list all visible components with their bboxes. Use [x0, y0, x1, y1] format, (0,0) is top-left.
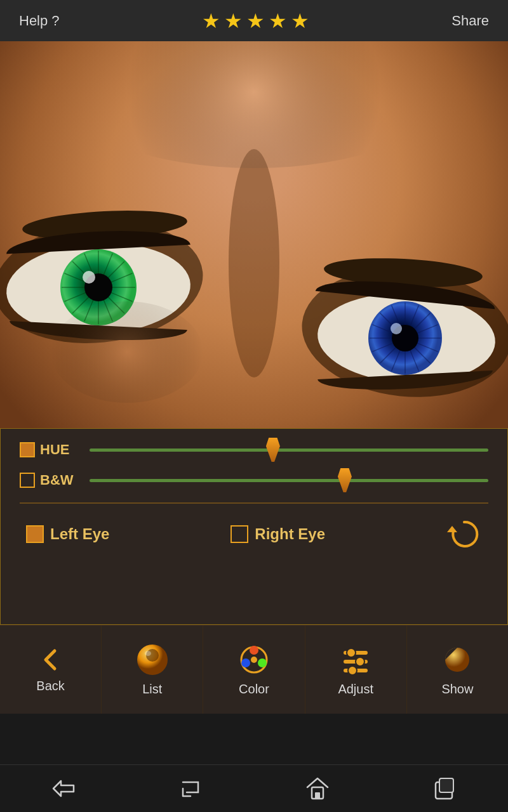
- hue-slider-row: HUE: [20, 442, 488, 458]
- bw-label: B&W: [20, 472, 90, 488]
- share-button[interactable]: Share: [451, 13, 489, 29]
- star-3: ★: [246, 9, 265, 33]
- hue-label: HUE: [20, 442, 90, 458]
- bw-checkbox[interactable]: [20, 473, 35, 488]
- star-2: ★: [224, 9, 243, 33]
- nav-color[interactable]: Color: [203, 625, 305, 714]
- nav-list[interactable]: List: [102, 625, 203, 714]
- star-5: ★: [291, 9, 309, 33]
- left-eye-option[interactable]: Left Eye: [26, 525, 109, 543]
- nav-show[interactable]: Show: [407, 625, 508, 714]
- top-bar: Help ? ★ ★ ★ ★ ★ Share: [0, 0, 508, 41]
- hue-track[interactable]: [90, 449, 488, 452]
- svg-point-12: [356, 657, 364, 666]
- eye-selection-row: Left Eye Right Eye: [20, 516, 488, 552]
- reset-icon: [447, 517, 481, 551]
- show-icon: [440, 643, 474, 677]
- left-eye-checkbox[interactable]: [26, 525, 44, 543]
- back-icon: [37, 646, 65, 674]
- photo-preview: [0, 41, 508, 428]
- sys-home-icon: [304, 775, 331, 802]
- system-nav: [0, 764, 508, 812]
- right-eye-option[interactable]: Right Eye: [231, 525, 325, 543]
- star-rating[interactable]: ★ ★ ★ ★ ★: [202, 9, 309, 33]
- sys-return-icon: [177, 775, 204, 802]
- reset-button[interactable]: [446, 516, 482, 552]
- controls-panel: HUE B&W Left Eye Right Eye: [0, 428, 508, 625]
- svg-rect-17: [315, 792, 320, 799]
- sys-back-button[interactable]: [48, 773, 79, 804]
- sys-square-icon: [431, 775, 458, 802]
- bw-thumb[interactable]: [338, 468, 352, 492]
- sys-home-button[interactable]: [302, 773, 333, 804]
- eye-canvas: [0, 41, 508, 428]
- star-1: ★: [202, 9, 220, 33]
- nav-color-label: Color: [239, 682, 269, 697]
- divider: [20, 502, 488, 504]
- right-eye-checkbox[interactable]: [231, 525, 248, 543]
- svg-rect-19: [439, 778, 453, 792]
- nav-adjust[interactable]: Adjust: [305, 625, 407, 714]
- nav-back-label: Back: [36, 679, 64, 693]
- nav-back[interactable]: Back: [0, 625, 102, 714]
- list-icon: [135, 643, 170, 677]
- svg-point-6: [258, 658, 267, 667]
- bottom-nav: Back List: [0, 625, 508, 714]
- star-4: ★: [269, 9, 287, 33]
- svg-point-5: [250, 646, 258, 655]
- svg-point-10: [347, 648, 356, 657]
- svg-point-8: [251, 657, 257, 663]
- svg-marker-15: [53, 781, 74, 796]
- adjust-icon: [338, 643, 373, 677]
- nav-show-label: Show: [441, 682, 473, 697]
- hue-thumb[interactable]: [266, 438, 280, 462]
- svg-marker-0: [447, 526, 457, 532]
- nav-adjust-label: Adjust: [338, 682, 373, 697]
- sys-return-button[interactable]: [175, 773, 206, 804]
- svg-point-14: [348, 666, 357, 675]
- bw-slider-row: B&W: [20, 472, 488, 488]
- bw-track[interactable]: [90, 479, 488, 482]
- svg-point-7: [241, 658, 250, 667]
- sys-back-icon: [50, 775, 77, 802]
- color-icon: [237, 643, 271, 677]
- hue-checkbox[interactable]: [20, 442, 35, 457]
- sys-square-button[interactable]: [429, 773, 460, 804]
- nav-list-label: List: [142, 682, 162, 697]
- svg-point-3: [145, 651, 151, 656]
- help-button[interactable]: Help ?: [19, 13, 60, 29]
